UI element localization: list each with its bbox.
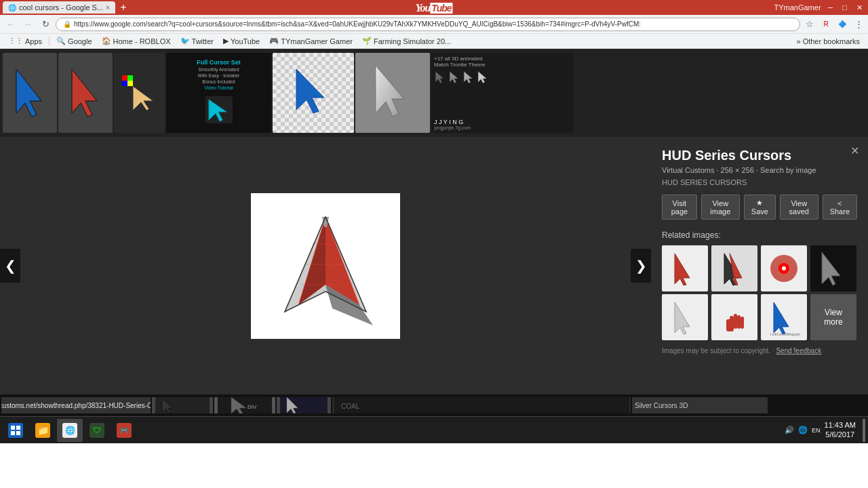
strip-image-6[interactable] bbox=[355, 53, 430, 133]
system-tray: 🔊 🌐 EN 11:43 AM 5/6/2017 bbox=[785, 419, 865, 442]
save-button[interactable]: ★ Save bbox=[744, 195, 776, 220]
bookmark-youtube[interactable]: ▶ YouTube bbox=[219, 35, 264, 47]
related-image-1[interactable] bbox=[662, 245, 708, 291]
svg-rect-39 bbox=[741, 317, 744, 329]
svg-marker-0 bbox=[16, 69, 41, 117]
forward-button[interactable]: → bbox=[20, 17, 35, 32]
view-more-label: View more bbox=[824, 308, 842, 327]
bottom-strip-item-5[interactable]: COAL bbox=[332, 397, 631, 413]
refresh-button[interactable]: ↻ bbox=[38, 17, 53, 32]
new-tab-button[interactable]: + bbox=[117, 2, 130, 13]
left-panel: ❮ ❯ bbox=[0, 137, 651, 394]
tray-icon-1: 🔊 bbox=[785, 426, 794, 434]
taskbar-security[interactable]: 🛡 bbox=[84, 419, 110, 442]
bookmark-tymangamer[interactable]: 🎮 TYmanGamer Gamer bbox=[265, 35, 357, 47]
strip-image-2[interactable] bbox=[58, 53, 113, 133]
show-desktop-icon[interactable] bbox=[863, 419, 865, 442]
main-image-container[interactable] bbox=[251, 193, 400, 339]
view-saved-button[interactable]: View saved bbox=[780, 195, 818, 220]
tab-close-icon[interactable]: × bbox=[106, 4, 110, 12]
image-strip: Full Cursor Set Smoothly Animated With E… bbox=[0, 49, 868, 137]
chrome-icon: 🌐 bbox=[62, 423, 77, 438]
system-clock: 11:43 AM 5/6/2017 bbox=[825, 421, 856, 439]
youtube-bm-icon: ▶ bbox=[223, 37, 229, 45]
user-label: TYmanGamer bbox=[774, 3, 821, 12]
close-button[interactable]: ✕ bbox=[846, 142, 863, 159]
active-tab[interactable]: 🌐 cool cursors - Google S... × bbox=[3, 1, 115, 14]
close-window-button[interactable]: ✕ bbox=[854, 3, 865, 12]
svg-marker-14 bbox=[464, 72, 472, 83]
svg-marker-41 bbox=[774, 302, 789, 334]
svg-point-33 bbox=[782, 266, 786, 270]
menu-icon[interactable]: ⋮ bbox=[852, 18, 865, 31]
related-image-2[interactable] bbox=[711, 245, 757, 291]
svg-marker-1 bbox=[72, 69, 97, 117]
bottom-strip-item-6[interactable]: Silver Cursors 3D bbox=[632, 397, 768, 413]
strip-image-7[interactable]: +17 all 3D animated Match Tronite Theme … bbox=[431, 53, 574, 133]
bottom-strip-item-3[interactable]: DIV bbox=[214, 397, 275, 413]
tray-icon-2: 🌐 bbox=[798, 426, 808, 434]
bookmark-roblox[interactable]: 🏠 Home - ROBLOX bbox=[98, 35, 175, 47]
strip-image-1[interactable] bbox=[3, 53, 57, 133]
next-image-button[interactable]: ❯ bbox=[631, 249, 651, 283]
bookmark-google[interactable]: 🔍 Google bbox=[52, 35, 96, 47]
svg-rect-4 bbox=[122, 81, 127, 86]
strip-image-5[interactable] bbox=[273, 53, 354, 133]
view-image-button[interactable]: View image bbox=[701, 195, 740, 220]
explorer-icon: 📁 bbox=[35, 423, 50, 438]
share-button[interactable]: < Share bbox=[823, 195, 857, 220]
svg-rect-3 bbox=[127, 75, 133, 81]
tab-label: cool cursors - Google S... bbox=[19, 3, 103, 12]
bookmark-twitter[interactable]: 🐦 Twitter bbox=[176, 35, 218, 47]
taskbar: 📁 🌐 🛡 🎮 🔊 🌐 EN 11:43 AM 5/6/2017 bbox=[0, 416, 868, 443]
visit-page-button[interactable]: Visit page bbox=[662, 195, 697, 220]
view-more-button[interactable]: View more bbox=[810, 294, 856, 340]
youtube-logo: YouTube bbox=[415, 1, 452, 15]
maximize-button[interactable]: □ bbox=[840, 3, 850, 12]
google-icon: 🔍 bbox=[56, 37, 66, 45]
roblox-bm-icon: 🏠 bbox=[102, 37, 111, 45]
back-button[interactable]: ← bbox=[3, 17, 18, 32]
related-image-4[interactable] bbox=[810, 245, 856, 291]
related-label: Related images: bbox=[662, 230, 857, 240]
start-button[interactable] bbox=[3, 419, 28, 442]
svg-marker-13 bbox=[450, 72, 458, 83]
minimize-button[interactable]: ─ bbox=[825, 3, 836, 12]
roblox-icon[interactable]: R bbox=[819, 18, 833, 31]
svg-marker-6 bbox=[133, 86, 153, 110]
svg-rect-55 bbox=[16, 431, 20, 435]
apps-dots-icon: ⋮⋮ bbox=[8, 37, 23, 45]
taskbar-game[interactable]: 🎮 bbox=[111, 419, 137, 442]
svg-text:COAL: COAL bbox=[341, 403, 360, 410]
send-feedback-link[interactable]: Send feedback bbox=[776, 347, 821, 354]
url-bar[interactable]: 🔒 https://www.google.com/search?q=cool+c… bbox=[56, 18, 800, 31]
apps-button[interactable]: ⋮⋮ Apps bbox=[4, 35, 46, 47]
prev-image-button[interactable]: ❮ bbox=[0, 249, 20, 283]
svg-rect-53 bbox=[16, 426, 20, 430]
taskbar-chrome[interactable]: 🌐 bbox=[57, 419, 83, 442]
svg-rect-38 bbox=[737, 315, 741, 329]
bookmark-farming[interactable]: 🌱 Farming Simulator 20... bbox=[358, 35, 455, 47]
image-title: HUD Series Cursors bbox=[662, 148, 857, 163]
bookmark-separator bbox=[49, 37, 50, 46]
strip-image-4[interactable]: Full Cursor Set Smoothly Animated With E… bbox=[166, 53, 271, 133]
related-image-6[interactable] bbox=[711, 294, 757, 340]
extension-icon-1[interactable]: 🔷 bbox=[835, 18, 849, 31]
strip-image-3[interactable] bbox=[114, 53, 165, 133]
svg-marker-12 bbox=[435, 72, 443, 83]
bottom-strip-item-4[interactable] bbox=[277, 397, 331, 413]
svg-text:DIV: DIV bbox=[248, 404, 257, 410]
other-bookmarks[interactable]: » Other bookmarks bbox=[792, 36, 864, 47]
taskbar-explorer[interactable]: 📁 bbox=[30, 419, 56, 442]
related-image-5[interactable] bbox=[662, 294, 708, 340]
svg-marker-35 bbox=[675, 302, 690, 334]
svg-text:LinkCursorBlogspot.com: LinkCursorBlogspot.com bbox=[770, 332, 801, 336]
bottom-strip-item-1[interactable]: virtualcustoms.net/showthread.php/38321-… bbox=[1, 397, 151, 413]
farming-icon: 🌱 bbox=[362, 37, 372, 45]
image-source: HUD SERIES CURSORS bbox=[662, 178, 857, 186]
related-image-3[interactable] bbox=[761, 245, 807, 291]
related-image-7[interactable]: LinkCursorBlogspot.com bbox=[761, 294, 807, 340]
action-buttons: Visit page View image ★ Save View saved … bbox=[662, 195, 857, 220]
bottom-strip-item-2[interactable] bbox=[152, 397, 213, 413]
bookmark-star-icon[interactable]: ☆ bbox=[803, 18, 816, 31]
